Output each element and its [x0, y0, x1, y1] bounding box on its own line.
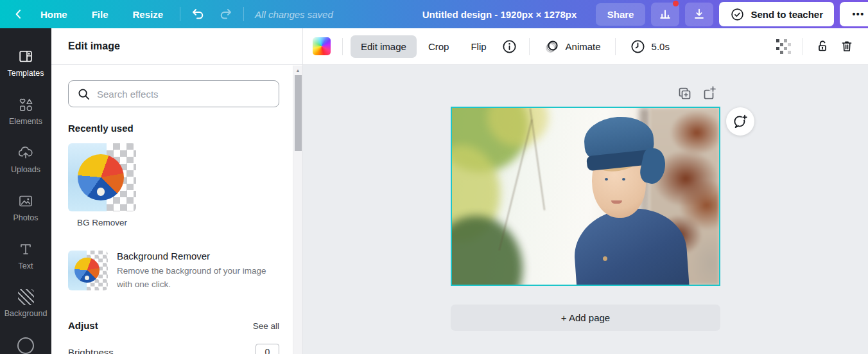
topbar-right-actions: Share Send to teacher ••• — [596, 0, 868, 28]
background-remover-description: Remove the background of your image with… — [117, 265, 279, 292]
animate-icon — [544, 39, 560, 55]
brightness-label: Brightness — [68, 347, 114, 354]
panel-body: Recently used BG Remover — [51, 65, 302, 354]
divider — [180, 7, 180, 21]
more-apps-icon[interactable] — [17, 337, 34, 354]
undo-button[interactable] — [185, 3, 212, 25]
bg-remover-label: BG Remover — [68, 218, 136, 227]
add-page-icon — [702, 86, 718, 102]
flip-button[interactable]: Flip — [460, 35, 496, 58]
see-all-link[interactable]: See all — [253, 321, 279, 331]
file-menu-item[interactable]: File — [80, 9, 121, 20]
scrollbar-thumb[interactable] — [295, 75, 302, 151]
duplicate-page-button[interactable] — [677, 86, 693, 102]
sidebar-item-label: Templates — [8, 69, 44, 78]
brightness-input[interactable] — [256, 344, 279, 354]
background-remover-thumbnail — [68, 251, 108, 290]
divider — [342, 38, 343, 55]
divider — [529, 38, 530, 55]
app-body: Templates Elements Uploads Photos Text B… — [0, 28, 868, 354]
duplicate-page-icon — [677, 86, 693, 102]
sidebar-item-elements[interactable]: Elements — [0, 87, 51, 135]
edit-image-panel: Edit image Recently used BG Remover — [51, 28, 303, 354]
beach-ball-hub — [85, 276, 89, 280]
animate-button[interactable]: Animate — [537, 39, 607, 55]
sidebar-item-photos[interactable]: Photos — [0, 183, 51, 231]
background-icon — [18, 289, 34, 305]
analytics-button[interactable] — [651, 3, 679, 26]
brightness-control: Brightness — [68, 344, 279, 354]
background-remover-text: Background Remover Remove the background… — [117, 251, 279, 292]
sidebar-item-text[interactable]: Text — [0, 231, 51, 279]
send-to-teacher-label: Send to teacher — [751, 9, 823, 20]
elements-icon — [17, 96, 34, 113]
context-toolbar: Edit image Crop Flip Animate 5.0s — [303, 28, 868, 65]
design-page[interactable] — [451, 107, 720, 286]
check-circle-icon — [730, 7, 745, 22]
sidebar-item-uploads[interactable]: Uploads — [0, 135, 51, 183]
panel-title: Edit image — [51, 28, 302, 65]
undo-icon — [191, 6, 206, 22]
animate-label: Animate — [566, 41, 601, 52]
more-options-button[interactable]: ••• — [840, 2, 868, 26]
recently-used-section: Recently used BG Remover — [68, 123, 279, 227]
home-menu-item[interactable]: Home — [28, 9, 80, 20]
send-to-teacher-button[interactable]: Send to teacher — [719, 2, 834, 26]
topbar-left-menu: Home File Resize All changes saved — [9, 3, 333, 25]
download-icon — [692, 7, 706, 21]
clock-icon — [630, 39, 646, 55]
adjust-section-header: Adjust See all — [68, 320, 279, 331]
main-area: Edit image Crop Flip Animate 5.0s — [303, 28, 868, 354]
info-button[interactable] — [498, 35, 521, 57]
redo-icon — [218, 6, 233, 22]
crop-button[interactable]: Crop — [418, 35, 460, 58]
duration-button[interactable]: 5.0s — [623, 39, 676, 55]
sidebar-item-label: Uploads — [11, 165, 40, 174]
sidebar-item-background[interactable]: Background — [0, 279, 51, 328]
duration-label: 5.0s — [652, 41, 670, 52]
photo-boy-eye — [605, 178, 608, 181]
design-title[interactable]: Untitled design - 1920px × 1278px — [422, 9, 577, 20]
background-remover-item[interactable]: Background Remover Remove the background… — [68, 251, 279, 292]
save-status-text: All changes saved — [255, 9, 333, 20]
search-effects-box[interactable] — [68, 80, 279, 107]
bg-remover-thumbnail[interactable] — [68, 143, 136, 211]
transparency-checker-icon — [775, 38, 792, 55]
text-icon — [17, 241, 34, 258]
delete-button[interactable] — [835, 35, 858, 57]
search-input[interactable] — [97, 89, 270, 100]
chevron-left-icon — [12, 8, 25, 21]
notification-dot — [673, 1, 679, 6]
recently-used-heading: Recently used — [68, 123, 279, 134]
divider — [615, 38, 616, 55]
panel-scrollbar[interactable]: ▲ — [293, 66, 302, 354]
topbar: Home File Resize All changes saved Untit… — [0, 0, 868, 28]
sidebar-item-label: Text — [19, 261, 33, 270]
add-page-button[interactable]: + Add page — [451, 305, 720, 331]
back-button[interactable] — [9, 3, 28, 25]
comment-plus-icon — [732, 113, 749, 130]
transparency-button[interactable] — [772, 35, 795, 57]
beach-ball-graphic — [78, 154, 124, 200]
add-page-icon-button[interactable] — [702, 86, 718, 102]
trash-icon — [839, 39, 855, 54]
comment-button[interactable] — [726, 107, 754, 136]
edit-image-tab[interactable]: Edit image — [351, 35, 417, 58]
sidebar-item-label: Background — [4, 309, 48, 318]
uploads-icon — [17, 145, 34, 161]
unlock-icon — [815, 39, 830, 54]
canvas-area[interactable]: + Add page — [303, 65, 868, 354]
download-button[interactable] — [685, 3, 713, 26]
templates-icon — [17, 48, 34, 65]
resize-menu-item[interactable]: Resize — [121, 9, 176, 20]
info-icon — [501, 39, 517, 55]
sidebar-item-label: Photos — [13, 213, 39, 222]
sidebar-item-templates[interactable]: Templates — [0, 39, 51, 87]
scrollbar-up-arrow[interactable]: ▲ — [293, 68, 302, 73]
color-picker-button[interactable] — [313, 37, 331, 55]
redo-button[interactable] — [212, 3, 239, 25]
share-button[interactable]: Share — [596, 3, 646, 26]
lock-button[interactable] — [811, 35, 834, 57]
divider — [243, 7, 244, 21]
photo-sweater-button — [603, 256, 607, 261]
